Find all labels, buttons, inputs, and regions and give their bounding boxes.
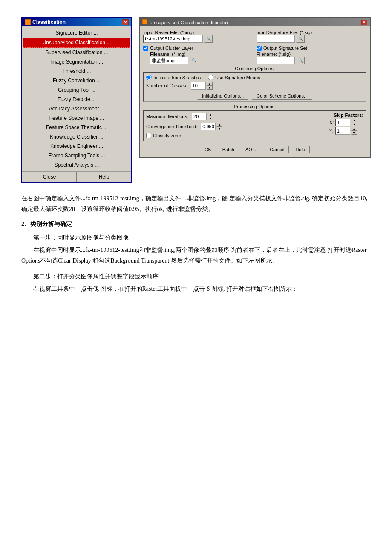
output-cluster-checkbox[interactable] [143, 46, 148, 51]
skip-y-input[interactable] [335, 127, 350, 135]
max-iterations-input[interactable] [192, 113, 207, 120]
processing-options-label: Processing Options: [143, 104, 366, 109]
convergence-spinner: ▲ ▼ [201, 123, 222, 130]
options-buttons-row: Initializing Options... Color Scheme Opt… [146, 92, 363, 100]
output-signature-col: Output Signature Set Filename: (*.sig) 🔍 [257, 45, 366, 64]
window-icon [25, 19, 31, 25]
isodata-window: Unsupervised Classification (Isodata) ✕ … [139, 17, 371, 158]
skip-x-row: X: ▲ ▼ [329, 119, 363, 126]
input-signature-field[interactable] [257, 35, 295, 43]
radio-init-stats[interactable] [146, 75, 152, 80]
conv-down[interactable]: ▼ [216, 127, 222, 130]
step1-title: 第一步：同时显示原图像与分类图像 [21, 232, 371, 243]
processing-main-row: Maximum Iterations: ▲ ▼ Convergence Thre… [146, 113, 363, 139]
initializing-options-btn[interactable]: Initializing Options... [197, 92, 248, 100]
skip-y-spinner: ▲ ▼ [335, 127, 357, 135]
skip-x-up[interactable]: ▲ [351, 119, 357, 122]
radio-row-init: Initialize from Statistics Use Signature… [146, 75, 363, 80]
menu-item-accuracy-assessment[interactable]: Accuracy Assessment ... [23, 104, 130, 113]
menu-item-grouping-tool[interactable]: Grouping Tool ... [23, 85, 130, 95]
skip-factors-label: Skip Factors: [329, 113, 363, 118]
menu-item-fuzzy-recode[interactable]: Fuzzy Recode ... [23, 95, 130, 104]
input-raster-label: Input Raster File: (*.img) [143, 30, 253, 35]
menu-item-threshold[interactable]: Threshold ... [23, 66, 130, 76]
output-cluster-col: Output Cluster Layer Filename: (*.img) 🔍 [143, 45, 253, 64]
output-row: Output Cluster Layer Filename: (*.img) 🔍… [143, 45, 366, 64]
window-footer: Close Help [22, 171, 131, 182]
classify-zeros-checkbox[interactable] [146, 133, 151, 138]
isodata-dialog-buttons: OK Batch AOI ... Cancel Help [143, 144, 366, 153]
menu-item-knowledge-engineer[interactable]: Knowledge Engineer ... [23, 142, 130, 151]
num-classes-input[interactable] [191, 82, 206, 90]
menu-item-feature-space-thematic[interactable]: Feature Space Thematic ... [23, 123, 130, 132]
menu-item-supervised-classification[interactable]: Supervised Classification ... [23, 48, 130, 57]
menu-item-spectral-analysis[interactable]: Spectral Analysis ... [23, 160, 130, 170]
input-raster-browse[interactable]: 🔍 [204, 35, 213, 43]
menu-item-feature-space-image[interactable]: Feature Space Image ... [23, 113, 130, 123]
output-signature-filename-field[interactable] [257, 57, 295, 64]
input-files-row: Input Raster File: (*.img) 🔍 Input Signa… [143, 30, 366, 43]
num-classes-arrows: ▲ ▼ [207, 82, 213, 90]
max-iterations-label: Maximum Iterations: [146, 114, 188, 119]
max-iter-down[interactable]: ▼ [208, 116, 213, 120]
isodata-close-btn[interactable]: ✕ [361, 20, 367, 25]
ok-button[interactable]: OK [200, 146, 216, 153]
input-signature-col: Input Signature File: (*.sig) 🔍 [257, 30, 366, 43]
output-cluster-filename-field[interactable] [150, 57, 188, 64]
skip-y-down[interactable]: ▼ [351, 131, 357, 135]
input-raster-field[interactable] [143, 35, 203, 43]
window-close-btn[interactable]: ✕ [122, 19, 129, 25]
menu-item-knowledge-classifier[interactable]: Knowledge Classifier ... [23, 132, 130, 142]
classification-titlebar: Classification ✕ [22, 18, 131, 26]
max-iterations-arrows: ▲ ▼ [208, 113, 213, 120]
convergence-input[interactable] [201, 123, 216, 130]
num-classes-down[interactable]: ▼ [207, 86, 213, 90]
skip-y-row: Y: ▲ ▼ [329, 127, 363, 135]
radio-use-signature[interactable] [208, 75, 213, 80]
use-signature-label: Use Signature Means [215, 75, 260, 80]
num-classes-spinner: ▲ ▼ [191, 82, 213, 90]
convergence-arrows: ▲ ▼ [216, 123, 222, 130]
input-raster-col: Input Raster File: (*.img) 🔍 [143, 30, 253, 43]
output-signature-filename-label: Filename: (*.sig) [257, 52, 366, 57]
menu-item-signature-editor[interactable]: Signature Editor ... [23, 28, 130, 38]
cancel-button[interactable]: Cancel [265, 146, 289, 153]
window-title: Classification [32, 19, 66, 25]
menu-item-image-segmentation[interactable]: Image Segmentation ... [23, 57, 130, 66]
aoi-button[interactable]: AOI ... [241, 146, 263, 153]
skip-x-arrows: ▲ ▼ [351, 119, 357, 126]
num-classes-up[interactable]: ▲ [207, 82, 213, 86]
help-button[interactable]: Help [291, 146, 310, 153]
output-signature-browse[interactable]: 🔍 [296, 57, 305, 64]
close-footer-btn[interactable]: Close [22, 172, 77, 182]
conv-up[interactable]: ▲ [216, 123, 222, 127]
step2-title: 第二步：打开分类图像属性并调整字段显示顺序 [21, 271, 371, 282]
output-signature-checkbox[interactable] [257, 46, 262, 51]
menu-item-frame-sampling-tools[interactable]: Frame Sampling Tools ... [23, 151, 130, 160]
step1-detail: 在视窗中同时显示...fz-tm-199512-test.img和非监督.img… [21, 245, 371, 266]
isodata-icon [142, 19, 147, 24]
classification-window: Classification ✕ Signature Editor ... Un… [21, 17, 132, 183]
skip-x-down[interactable]: ▼ [351, 122, 357, 126]
output-cluster-browse[interactable]: 🔍 [190, 57, 198, 64]
step2-detail: 在视窗工具条中，点击傀 图标，在打开的Raster工具面板中，点击 S 图标, … [21, 283, 371, 294]
menu-item-unsupervised-classification[interactable]: Unsupervised Classification ... [23, 38, 130, 48]
init-stats-label: Initialize from Statistics [153, 75, 201, 80]
text-content: 在右图中确定输入文件...fz-tm-199512-test.img，确定输出文… [21, 193, 371, 295]
help-footer-btn[interactable]: Help [77, 172, 131, 182]
clustering-options-panel: Initialize from Statistics Use Signature… [143, 72, 366, 102]
input-signature-browse[interactable]: 🔍 [296, 35, 305, 43]
output-cluster-check-row: Output Cluster Layer [143, 46, 253, 51]
menu-item-fuzzy-convolution[interactable]: Fuzzy Convolution ... [23, 76, 130, 85]
max-iter-up[interactable]: ▲ [208, 113, 213, 116]
processing-options-panel: Maximum Iterations: ▲ ▼ Convergence Thre… [143, 110, 366, 141]
section-title: 2、类别分析与确定 [21, 219, 371, 229]
output-signature-label: Output Signature Set [263, 46, 307, 51]
skip-y-up[interactable]: ▲ [351, 127, 357, 131]
skip-x-input[interactable] [335, 119, 350, 126]
output-cluster-filename-label: Filename: (*.img) [150, 52, 253, 57]
color-scheme-options-btn[interactable]: Color Scheme Options... [252, 92, 312, 100]
skip-x-spinner: ▲ ▼ [335, 119, 357, 126]
batch-button[interactable]: Batch [218, 146, 239, 153]
skip-factors-col: Skip Factors: X: ▲ ▼ [329, 113, 363, 139]
